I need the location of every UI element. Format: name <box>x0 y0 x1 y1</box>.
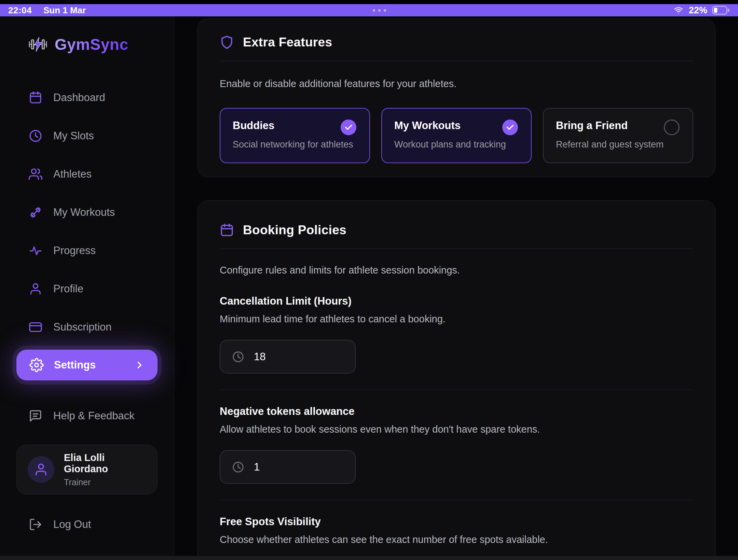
feature-card-my-workouts[interactable]: My Workouts Workout plans and tracking <box>381 108 532 163</box>
sidebar-item-athletes[interactable]: Athletes <box>16 163 158 185</box>
calendar-icon <box>220 223 234 237</box>
clock-icon <box>232 461 244 473</box>
cancellation-limit-input[interactable]: 18 <box>220 340 356 374</box>
setting-description: Allow athletes to book sessions even whe… <box>220 424 693 435</box>
clock-icon <box>29 129 42 143</box>
setting-negative-tokens: Negative tokens allowance Allow athletes… <box>220 405 693 484</box>
setting-cancellation-limit: Cancellation Limit (Hours) Minimum lead … <box>220 295 693 374</box>
panel-description: Enable or disable additional features fo… <box>220 78 693 89</box>
app-name: GymSync <box>55 35 128 54</box>
extra-features-panel: Extra Features Enable or disable additio… <box>197 19 715 177</box>
clock-icon <box>232 351 244 363</box>
multitasking-dots <box>86 9 673 12</box>
battery-icon <box>712 6 730 15</box>
bottom-bezel <box>0 556 738 560</box>
sidebar-item-subscription[interactable]: Subscription <box>16 316 158 338</box>
extra-features-header: Extra Features <box>220 33 693 52</box>
panel-title: Extra Features <box>243 35 332 50</box>
battery-percent: 22% <box>689 5 707 16</box>
negative-tokens-input[interactable]: 1 <box>220 450 356 484</box>
sidebar-item-dashboard[interactable]: Dashboard <box>16 87 158 109</box>
feature-title: Buddies <box>233 120 357 132</box>
user-name: Elia Lolli Giordano <box>64 452 146 475</box>
feature-subtitle: Referral and guest system <box>556 139 680 150</box>
setting-label: Cancellation Limit (Hours) <box>220 295 693 307</box>
setting-label: Free Spots Visibility <box>220 516 693 528</box>
status-right-group: 22% <box>673 5 730 16</box>
user-card[interactable]: Elia Lolli Giordano Trainer <box>16 445 158 494</box>
panel-title: Booking Policies <box>243 223 346 237</box>
feature-subtitle: Social networking for athletes <box>233 139 357 150</box>
empty-circle-icon[interactable] <box>664 120 680 135</box>
divider <box>220 500 693 500</box>
sidebar-item-label: Subscription <box>53 321 112 333</box>
setting-description: Minimum lead time for athletes to cancel… <box>220 313 693 325</box>
user-icon <box>29 282 42 296</box>
dumbbell-icon <box>29 206 42 219</box>
feature-title: Bring a Friend <box>556 120 680 132</box>
chat-bubble-icon <box>29 409 42 423</box>
sidebar-nav: Dashboard My Slots <box>16 87 158 338</box>
setting-free-spots-visibility: Free Spots Visibility Choose whether ath… <box>220 516 693 545</box>
booking-policies-header: Booking Policies <box>220 221 693 240</box>
chevron-right-icon <box>134 360 145 370</box>
top-bezel <box>0 0 738 4</box>
sidebar-item-profile[interactable]: Profile <box>16 278 158 300</box>
main-content: Extra Features Enable or disable additio… <box>174 16 738 560</box>
shield-icon <box>220 35 234 50</box>
sidebar-item-my-slots[interactable]: My Slots <box>16 125 158 147</box>
log-out-icon <box>29 518 42 531</box>
input-value: 1 <box>254 461 260 473</box>
sidebar-item-label: Athletes <box>53 168 92 180</box>
sidebar-item-progress[interactable]: Progress <box>16 240 158 262</box>
calendar-icon <box>29 91 42 104</box>
setting-label: Negative tokens allowance <box>220 405 693 418</box>
sidebar-item-label: Progress <box>53 244 96 257</box>
dot-icon <box>384 9 386 12</box>
sidebar-item-label: My Workouts <box>53 206 115 219</box>
credit-card-icon <box>29 320 42 334</box>
sidebar-item-settings-active[interactable]: Settings <box>16 350 158 380</box>
sidebar-item-label: Settings <box>54 359 96 371</box>
feature-cards-row: Buddies Social networking for athletes M… <box>220 108 693 163</box>
avatar <box>28 456 54 483</box>
divider <box>220 61 693 61</box>
sidebar-item-my-workouts[interactable]: My Workouts <box>16 201 158 223</box>
setting-description: Choose whether athletes can see the exac… <box>220 534 693 545</box>
feature-title: My Workouts <box>394 120 519 132</box>
panel-description: Configure rules and limits for athlete s… <box>220 265 693 276</box>
dot-icon <box>378 9 381 12</box>
sidebar-item-label: My Slots <box>53 130 94 142</box>
divider <box>220 389 693 390</box>
sidebar-item-label: Help & Feedback <box>53 410 135 422</box>
status-bar: 22:04 Sun 1 Mar 22% <box>0 4 738 16</box>
divider <box>220 249 693 249</box>
app-screen: 22:04 Sun 1 Mar 22% <box>0 0 738 560</box>
sidebar-item-label: Log Out <box>53 518 91 531</box>
feature-card-bring-a-friend[interactable]: Bring a Friend Referral and guest system <box>543 108 693 163</box>
check-circle-icon[interactable] <box>341 120 356 135</box>
input-value: 18 <box>254 351 265 363</box>
wifi-icon <box>673 6 684 15</box>
status-time: 22:04 <box>8 5 32 16</box>
status-date: Sun 1 Mar <box>43 5 86 16</box>
check-circle-icon[interactable] <box>502 120 518 135</box>
app-logo: GymSync <box>16 33 158 55</box>
activity-icon <box>29 244 42 257</box>
dot-icon <box>373 9 375 12</box>
sidebar: GymSync Dashboard <box>0 16 174 560</box>
sidebar-item-label: Profile <box>53 283 83 295</box>
feature-card-buddies[interactable]: Buddies Social networking for athletes <box>220 108 370 163</box>
feature-subtitle: Workout plans and tracking <box>394 139 519 150</box>
user-role: Trainer <box>64 477 146 487</box>
sidebar-item-help-feedback[interactable]: Help & Feedback <box>16 405 158 427</box>
sidebar-item-label: Dashboard <box>53 92 105 104</box>
gear-icon <box>29 358 44 372</box>
sidebar-item-log-out[interactable]: Log Out <box>16 514 158 535</box>
users-icon <box>29 167 42 181</box>
dumbbell-bolt-logo-icon <box>28 37 48 52</box>
booking-policies-panel: Booking Policies Configure rules and lim… <box>197 200 715 560</box>
